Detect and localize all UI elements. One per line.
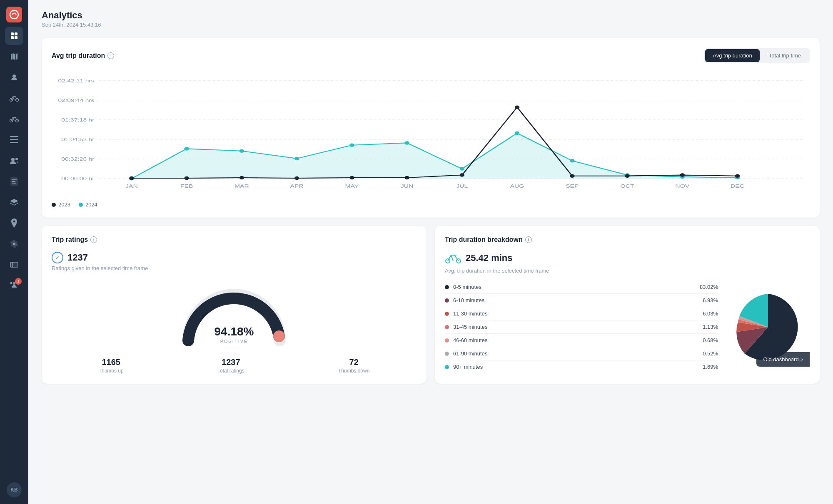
sidebar-item-team[interactable]: 1 bbox=[5, 276, 23, 295]
avg-trip-header: Avg trip duration i Avg trip duration To… bbox=[52, 48, 810, 63]
trip-duration-header: Trip duration breakdown i bbox=[445, 236, 810, 243]
svg-rect-3 bbox=[11, 36, 14, 39]
svg-text:OCT: OCT bbox=[621, 183, 635, 189]
breakdown-dot-6 bbox=[445, 365, 449, 369]
sidebar-item-settings[interactable] bbox=[5, 235, 23, 253]
svg-rect-14 bbox=[10, 139, 18, 140]
ratings-stats: 1165 Thumbs up 1237 Total ratings 72 Thu… bbox=[52, 358, 416, 374]
trip-duration-info-icon[interactable]: i bbox=[525, 236, 532, 243]
legend-2023: 2023 bbox=[52, 201, 70, 208]
sidebar-item-dashboard[interactable] bbox=[5, 27, 23, 45]
chart-legend: 2023 2024 bbox=[52, 201, 810, 208]
toggle-total-time[interactable]: Total trip time bbox=[761, 49, 808, 62]
legend-dot-2024 bbox=[79, 203, 83, 207]
trip-ratings-info-icon[interactable]: i bbox=[90, 236, 97, 243]
svg-text:JAN: JAN bbox=[125, 183, 138, 189]
svg-text:JUN: JUN bbox=[401, 183, 413, 189]
svg-rect-1 bbox=[11, 32, 14, 35]
stat-total-ratings: 1237 Total ratings bbox=[217, 358, 244, 374]
duration-desc: Avg. trip duration in the selected time … bbox=[445, 268, 810, 274]
page-subtitle: Sep 24th, 2024 15:43:16 bbox=[42, 22, 820, 28]
gauge-container: 94.18% POSITIVE bbox=[52, 278, 416, 351]
svg-text:02:42:11 hrs: 02:42:11 hrs bbox=[58, 78, 95, 84]
sidebar-item-location[interactable] bbox=[5, 214, 23, 232]
svg-point-71 bbox=[515, 105, 519, 109]
legend-dot-2023 bbox=[52, 203, 56, 207]
breakdown-row-31-45: 31-45 minutes 1.13% bbox=[445, 320, 718, 334]
svg-point-0 bbox=[10, 10, 18, 19]
sidebar: 1 KB bbox=[0, 0, 28, 504]
svg-point-66 bbox=[239, 176, 244, 180]
svg-point-26 bbox=[10, 282, 12, 284]
svg-text:00:32:26 hr: 00:32:26 hr bbox=[61, 156, 94, 162]
svg-point-64 bbox=[129, 176, 134, 180]
check-icon: ✓ bbox=[52, 252, 63, 263]
breakdown-row-46-60: 46-60 minutes 0.68% bbox=[445, 334, 718, 347]
sidebar-item-agent[interactable] bbox=[5, 151, 23, 170]
breakdown-dot-2 bbox=[445, 312, 449, 316]
sidebar-item-layers[interactable] bbox=[5, 193, 23, 211]
breakdown-dot-5 bbox=[445, 352, 449, 356]
trip-ratings-title: Trip ratings i bbox=[52, 236, 97, 243]
svg-point-65 bbox=[185, 176, 189, 180]
sidebar-item-bike[interactable] bbox=[5, 89, 23, 107]
page-title: Analytics bbox=[42, 10, 820, 21]
main-content: Analytics Sep 24th, 2024 15:43:16 Avg tr… bbox=[28, 0, 833, 504]
svg-text:01:04:52 hr: 01:04:52 hr bbox=[61, 137, 94, 142]
sidebar-item-list[interactable] bbox=[5, 131, 23, 149]
svg-point-67 bbox=[294, 176, 299, 180]
svg-point-76 bbox=[273, 330, 285, 342]
sidebar-item-user[interactable] bbox=[5, 68, 23, 87]
svg-text:00:00:00 hr: 00:00:00 hr bbox=[61, 176, 94, 181]
breakdown-inner: 0-5 minutes 83.02% 6-10 minutes 6.93% 11… bbox=[445, 281, 810, 373]
logo[interactable] bbox=[6, 7, 22, 22]
svg-rect-15 bbox=[10, 142, 18, 143]
sidebar-item-map[interactable] bbox=[5, 47, 23, 66]
svg-text:MAY: MAY bbox=[345, 183, 359, 189]
stat-thumbs-up: 1165 Thumbs up bbox=[99, 358, 124, 374]
rating-count: 1237 bbox=[67, 252, 88, 263]
svg-point-75 bbox=[735, 174, 740, 178]
bottom-grid: Trip ratings i ✓ 1237 Ratings given in t… bbox=[42, 226, 820, 392]
svg-point-55 bbox=[294, 157, 299, 161]
svg-text:SEP: SEP bbox=[566, 183, 579, 189]
svg-point-53 bbox=[185, 147, 189, 151]
svg-marker-5 bbox=[11, 53, 17, 60]
trip-duration-title: Trip duration breakdown i bbox=[445, 236, 532, 243]
svg-text:AUG: AUG bbox=[510, 183, 524, 189]
pie-chart: Old dashboard › bbox=[726, 281, 810, 373]
svg-rect-4 bbox=[15, 36, 17, 39]
sidebar-item-report[interactable] bbox=[5, 172, 23, 191]
stat-thumbs-down: 72 Thumbs down bbox=[338, 358, 369, 374]
old-dashboard-button[interactable]: Old dashboard › bbox=[756, 352, 810, 367]
breakdown-row-6-10: 6-10 minutes 6.93% bbox=[445, 294, 718, 307]
svg-text:94.18%: 94.18% bbox=[214, 325, 254, 338]
svg-point-74 bbox=[680, 173, 685, 177]
svg-point-17 bbox=[15, 158, 18, 160]
svg-text:APR: APR bbox=[290, 183, 304, 189]
breakdown-row-90plus: 90+ minutes 1.69% bbox=[445, 360, 718, 373]
svg-point-59 bbox=[515, 132, 519, 135]
svg-point-54 bbox=[239, 149, 244, 153]
breakdown-dot-4 bbox=[445, 338, 449, 343]
user-avatar[interactable]: KB bbox=[7, 482, 22, 497]
duration-header: 25.42 mins bbox=[445, 252, 810, 264]
duration-value: 25.42 mins bbox=[466, 253, 513, 263]
svg-text:NOV: NOV bbox=[675, 183, 690, 189]
rating-summary: ✓ 1237 bbox=[52, 252, 416, 263]
chart-toggle-group: Avg trip duration Total trip time bbox=[704, 48, 810, 63]
sidebar-item-promo[interactable] bbox=[5, 256, 23, 274]
svg-text:JUL: JUL bbox=[456, 183, 468, 189]
svg-point-56 bbox=[349, 144, 354, 147]
breakdown-dot-0 bbox=[445, 285, 449, 289]
svg-text:DEC: DEC bbox=[731, 183, 744, 189]
toggle-avg-duration[interactable]: Avg trip duration bbox=[705, 49, 759, 62]
avg-trip-info-icon[interactable]: i bbox=[107, 52, 114, 59]
svg-point-16 bbox=[11, 158, 15, 161]
svg-point-68 bbox=[349, 176, 354, 180]
svg-text:POSITIVE: POSITIVE bbox=[220, 339, 248, 344]
avg-trip-title: Avg trip duration i bbox=[52, 52, 114, 60]
svg-rect-20 bbox=[12, 181, 15, 182]
sidebar-item-ebike[interactable] bbox=[5, 110, 23, 128]
avg-trip-card: Avg trip duration i Avg trip duration To… bbox=[42, 38, 820, 218]
